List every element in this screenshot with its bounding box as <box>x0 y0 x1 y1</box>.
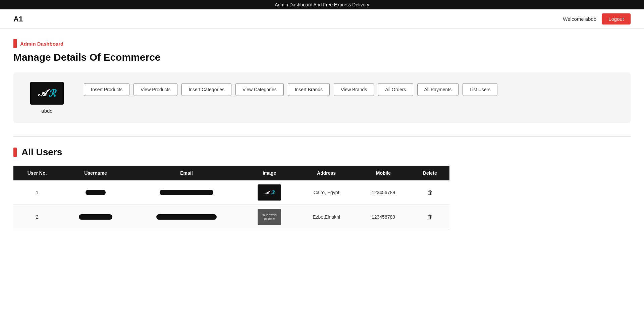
email-2 <box>130 205 243 229</box>
admin-name: abdo <box>41 108 52 114</box>
username-2 <box>61 205 130 229</box>
thumb-r: ℛ <box>271 190 274 195</box>
image-2: SUCCESSgo get it <box>243 205 297 229</box>
view-products-button[interactable]: View Products <box>133 83 177 96</box>
logo: A1 <box>13 15 23 23</box>
avatar-letter-a: 𝒜 <box>38 88 46 99</box>
username-1 <box>61 180 130 205</box>
main-content: Admin Dashboard Manage Details Of Ecomme… <box>0 29 644 239</box>
users-table: User No. Username Email Image Address Mo… <box>13 166 449 229</box>
logout-button[interactable]: Logout <box>602 13 631 24</box>
col-delete: Delete <box>410 166 449 180</box>
action-buttons: Insert Products View Products Insert Cat… <box>84 82 497 96</box>
delete-2: 🗑 <box>410 205 449 229</box>
blurred-email-1 <box>160 190 213 195</box>
thumb-letters-1: 𝒜 ℛ <box>265 190 274 195</box>
welcome-text: Welcome abdo <box>563 16 596 22</box>
table-row: 1 𝒜 ℛ <box>13 180 449 205</box>
header-right: Welcome abdo Logout <box>563 13 631 24</box>
insert-products-button[interactable]: Insert Products <box>84 83 129 96</box>
admin-panel-card: 𝒜 ℛ abdo Insert Products View Products I… <box>13 72 631 123</box>
table-header-row: User No. Username Email Image Address Mo… <box>13 166 449 180</box>
col-address: Address <box>297 166 357 180</box>
avatar-letter-r: ℛ <box>48 88 56 99</box>
breadcrumb: Admin Dashboard <box>20 41 63 47</box>
mobile-1: 123456789 <box>357 180 411 205</box>
user-no-1: 1 <box>13 180 61 205</box>
email-1 <box>130 180 243 205</box>
users-red-bar-accent <box>13 148 17 157</box>
table-row: 2 SUCCESSgo get it E <box>13 205 449 229</box>
red-bar-accent <box>13 39 17 48</box>
thumb-a: 𝒜 <box>265 190 269 195</box>
header: A1 Welcome abdo Logout <box>0 9 644 29</box>
col-user-no: User No. <box>13 166 61 180</box>
all-orders-button[interactable]: All Orders <box>378 83 413 96</box>
thumb-text-2: SUCCESSgo get it <box>262 214 277 220</box>
user-image-cell-1: 𝒜 ℛ <box>248 184 291 201</box>
avatar-letters: 𝒜 ℛ <box>38 88 56 99</box>
all-payments-button[interactable]: All Payments <box>417 83 459 96</box>
users-section-title: All Users <box>21 147 62 158</box>
delete-1: 🗑 <box>410 180 449 205</box>
view-brands-button[interactable]: View Brands <box>334 83 374 96</box>
col-username: Username <box>61 166 130 180</box>
delete-button-1[interactable]: 🗑 <box>427 189 433 196</box>
address-1: Cairo, Egypt <box>297 180 357 205</box>
announcement-bar: Admin Dashboard And Free Express Deliver… <box>0 0 644 9</box>
announcement-text: Admin Dashboard And Free Express Deliver… <box>275 2 369 7</box>
image-1: 𝒜 ℛ <box>243 180 297 205</box>
col-email: Email <box>130 166 243 180</box>
divider <box>13 136 631 137</box>
insert-categories-button[interactable]: Insert Categories <box>181 83 231 96</box>
blurred-username-1 <box>86 190 106 195</box>
breadcrumb-row: Admin Dashboard <box>13 39 631 48</box>
col-mobile: Mobile <box>357 166 411 180</box>
admin-avatar: 𝒜 ℛ <box>30 82 64 105</box>
admin-profile: 𝒜 ℛ abdo <box>23 82 70 114</box>
page-title: Manage Details Of Ecommerce <box>13 52 631 63</box>
blurred-email-2 <box>156 214 217 220</box>
user-thumb-1: 𝒜 ℛ <box>258 184 281 201</box>
user-no-2: 2 <box>13 205 61 229</box>
delete-button-2[interactable]: 🗑 <box>427 214 433 221</box>
col-image: Image <box>243 166 297 180</box>
blurred-username-2 <box>79 214 112 220</box>
users-section-header: All Users <box>13 147 631 158</box>
user-image-cell-2: SUCCESSgo get it <box>248 209 291 225</box>
view-categories-button[interactable]: View Categories <box>235 83 284 96</box>
user-thumb-2: SUCCESSgo get it <box>258 209 281 225</box>
list-users-button[interactable]: List Users <box>463 83 497 96</box>
address-2: EzbetElnakhl <box>297 205 357 229</box>
mobile-2: 123456789 <box>357 205 411 229</box>
insert-brands-button[interactable]: Insert Brands <box>288 83 330 96</box>
